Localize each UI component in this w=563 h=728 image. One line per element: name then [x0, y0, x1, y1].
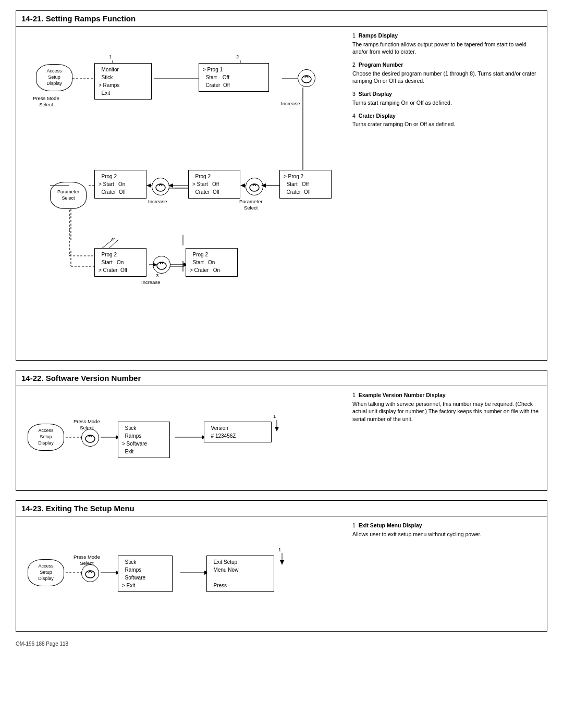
notes-1423: 1 Exit Setup Menu Display Allows user to… — [345, 522, 542, 626]
svg-1423 — [21, 522, 345, 626]
row3-box1: Prog 2 Start On > Crater Off — [94, 248, 146, 277]
row2-box3: > Prog 2 Start Off Crater Off — [279, 170, 332, 199]
note-num-1421-1: 1 Ramps Display — [352, 32, 542, 40]
press-mode-select-label-1: Press ModeSelect — [33, 95, 59, 108]
footer: OM-196 188 Page 118 — [16, 641, 547, 647]
diagram-1422: AccessSetupDisplay Press ModeSelect Stic… — [21, 391, 345, 485]
label-1-1423: 1 — [278, 547, 281, 553]
section-title-1421: 14-21. Setting Ramps Function — [16, 11, 547, 27]
label-1-top: 1 — [109, 54, 112, 60]
section-1421: 14-21. Setting Ramps Function — [16, 10, 547, 361]
note-1421-2: 2 Program Number Choose the desired prog… — [352, 61, 542, 85]
svg-point-54 — [85, 571, 95, 578]
label-1-1422: 1 — [273, 413, 276, 419]
note-1422-1: 1 Example Version Number Display When ta… — [352, 391, 542, 423]
notes-1422: 1 Example Version Number Display When ta… — [345, 391, 542, 485]
access-setup-oval-1422: AccessSetupDisplay — [28, 424, 64, 451]
mode-select-knob-1422[interactable] — [81, 429, 99, 447]
note-1421-3: 3 Start Display Turns start ramping On o… — [352, 90, 542, 106]
note-num-1422-1: 1 Example Version Number Display — [352, 391, 542, 399]
svg-1422 — [21, 391, 345, 485]
increase-label-row3: Increase — [141, 279, 160, 286]
increase-label-1: Increase — [281, 101, 300, 107]
increase-knob-row3[interactable] — [153, 256, 170, 274]
param-select-oval: ParameterSelect — [50, 182, 87, 209]
svg-point-17 — [302, 76, 311, 83]
section-title-1423: 14-23. Exiting The Setup Menu — [16, 501, 547, 516]
section-title-1422: 14-22. Software Version Number — [16, 371, 547, 386]
access-setup-oval-1: AccessSetupDisplay — [36, 64, 72, 91]
label-2-top: 2 — [236, 54, 239, 60]
access-setup-oval-1423: AccessSetupDisplay — [28, 559, 64, 586]
row3-box2: Prog 2 Start On > Crater On — [186, 248, 238, 277]
increase-knob-row2-1[interactable] — [152, 178, 169, 195]
increase-label-row2-1: Increase — [148, 199, 167, 205]
mode-select-knob-1423[interactable] — [81, 564, 99, 582]
svg-marker-45 — [275, 427, 279, 431]
row2-box1: Prog 2 > Start On Crater Off — [94, 170, 146, 199]
row2-box2: Prog 2 > Start Off Crater Off — [188, 170, 240, 199]
notes-1421: 1 Ramps Display The ramps function allow… — [345, 32, 542, 355]
note-num-1421-3: 3 Start Display — [352, 90, 542, 98]
section-1423: 14-23. Exiting The Setup Menu AccessSetu… — [16, 500, 547, 632]
diagram-1423: AccessSetupDisplay Press ModeSelect Stic… — [21, 522, 345, 626]
note-1421-4: 4 Crater Display Turns crater ramping On… — [352, 112, 542, 128]
param-select-knob-row2[interactable] — [246, 178, 263, 195]
param-select-label-row2: ParameterSelect — [239, 199, 262, 212]
note-1423-1: 1 Exit Setup Menu Display Allows user to… — [352, 522, 542, 538]
svg-point-46 — [85, 435, 95, 442]
note-num-1421-2: 2 Program Number — [352, 61, 542, 69]
note-1421-1: 1 Ramps Display The ramps function allow… — [352, 32, 542, 56]
svg-point-18 — [156, 184, 165, 191]
menu-box-1422: Stick Ramps > Software Exit — [118, 422, 170, 458]
svg-point-34 — [157, 262, 166, 269]
display-box-1423: Exit Setup Menu Now Press — [206, 556, 274, 592]
section-1422: 14-22. Software Version Number AccessSet… — [16, 370, 547, 491]
menu-box-2: > Prog 1 Start Off Crater Off — [199, 63, 269, 92]
svg-marker-23 — [240, 183, 245, 188]
label-3: 3 — [156, 273, 158, 279]
menu-box-1: Monitor Stick > Ramps Exit — [94, 63, 152, 100]
svg-marker-27 — [146, 183, 151, 188]
diagram-1421: AccessSetupDisplay 1 2 Monitor Stick > R… — [21, 32, 345, 355]
svg-marker-53 — [280, 560, 284, 565]
increase-knob-1[interactable] — [298, 69, 315, 87]
label-4: 4 — [111, 236, 114, 242]
svg-point-19 — [250, 184, 259, 191]
menu-box-1423: Stick Ramps Software > Exit — [118, 556, 173, 592]
note-num-1423-1: 1 Exit Setup Menu Display — [352, 522, 542, 529]
note-num-1421-4: 4 Crater Display — [352, 112, 542, 120]
display-box-1422: Version # 123456Z — [204, 422, 272, 442]
